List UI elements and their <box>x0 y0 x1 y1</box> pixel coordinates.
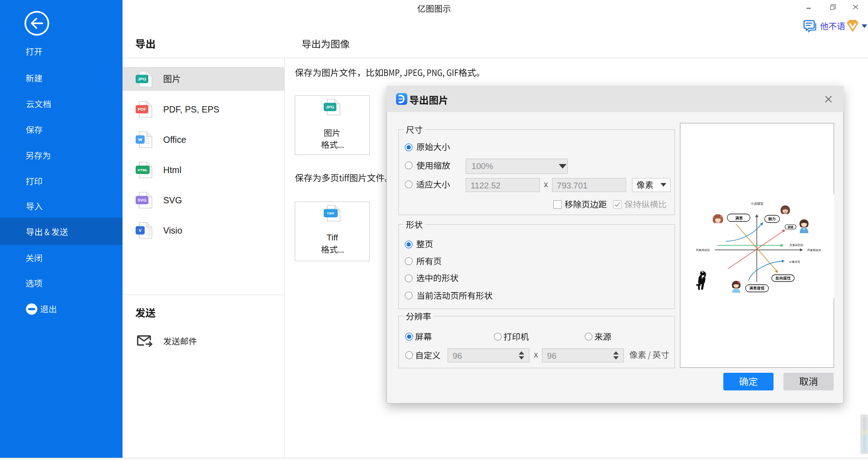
svg-text:PDF: PDF <box>138 107 146 112</box>
svg-text:JPG: JPG <box>137 76 146 81</box>
svg-text:V: V <box>139 228 142 233</box>
svg-text:W: W <box>138 137 142 142</box>
svg-text:JPG: JPG <box>326 104 334 109</box>
svg-text:SVG: SVG <box>137 197 146 202</box>
svg-text:TIFF: TIFF <box>327 211 335 216</box>
svg-text:HTML: HTML <box>137 168 147 172</box>
